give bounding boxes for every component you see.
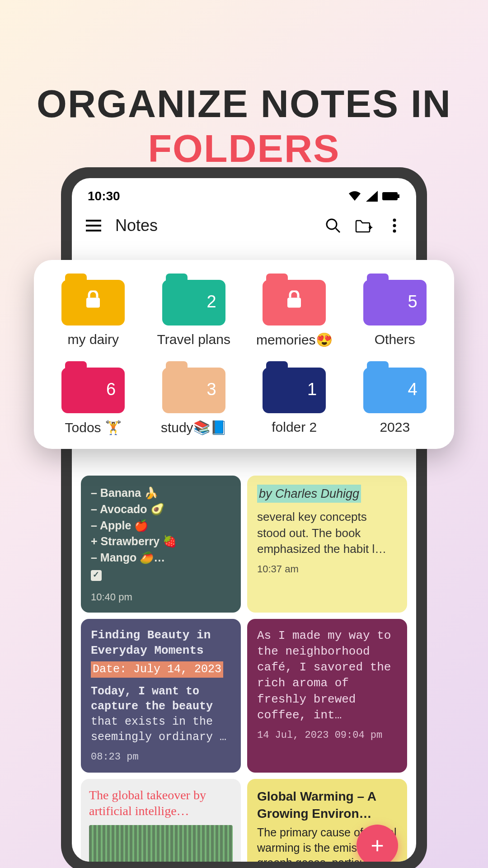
svg-point-11 bbox=[393, 230, 396, 233]
status-bar: 10:30 bbox=[72, 178, 416, 208]
note-title: Finding Beauty in Everyday Moments bbox=[91, 628, 231, 659]
note-line: – Apple 🍎 bbox=[91, 518, 231, 533]
folder-item[interactable]: 2Travel plans bbox=[146, 274, 242, 348]
svg-rect-4 bbox=[86, 230, 101, 231]
folder-icon: 1 bbox=[263, 361, 326, 413]
wifi-icon bbox=[348, 191, 361, 202]
note-date: Date: July 14, 2023 bbox=[91, 661, 223, 678]
note-time: 10:37 am bbox=[257, 562, 397, 576]
folder-count: 1 bbox=[307, 380, 317, 399]
lock-icon bbox=[85, 291, 101, 313]
note-card[interactable]: – Banana 🍌 – Avocado 🥑 – Apple 🍎 + Straw… bbox=[81, 476, 241, 613]
folder-count: 4 bbox=[408, 380, 418, 399]
folder-icon: 6 bbox=[61, 361, 125, 413]
page-title: Notes bbox=[115, 216, 311, 235]
note-title: Global Warming – A Growing Environ… bbox=[257, 788, 397, 822]
svg-rect-12 bbox=[86, 298, 100, 308]
svg-rect-0 bbox=[382, 192, 398, 200]
note-title: The global takeover by artificial intell… bbox=[89, 787, 233, 819]
note-line: – Banana 🍌 bbox=[91, 486, 231, 501]
folder-icon: 2 bbox=[162, 274, 225, 326]
note-line: + Strawberry 🍓 bbox=[91, 534, 231, 549]
note-body: As I made my way to the neighborhood caf… bbox=[257, 628, 397, 723]
folder-label: Others bbox=[375, 332, 415, 347]
svg-rect-1 bbox=[398, 194, 399, 198]
folder-count: 6 bbox=[106, 380, 116, 399]
folder-count: 3 bbox=[207, 380, 216, 399]
folder-icon: 3 bbox=[162, 361, 225, 413]
menu-icon[interactable] bbox=[84, 217, 103, 235]
folder-item[interactable]: memories😍 bbox=[246, 274, 343, 348]
svg-line-6 bbox=[336, 228, 340, 232]
note-line: – Avocado 🥑 bbox=[91, 502, 231, 517]
svg-rect-2 bbox=[86, 220, 101, 222]
note-card[interactable]: by Charles Duhigg several key concepts s… bbox=[247, 476, 407, 613]
note-body: Today, I want to capture the beauty that… bbox=[91, 684, 231, 745]
folder-item[interactable]: 42023 bbox=[347, 361, 443, 435]
folder-icon bbox=[61, 274, 125, 326]
note-card[interactable]: Finding Beauty in Everyday Moments Date:… bbox=[81, 619, 241, 773]
lock-icon bbox=[286, 291, 302, 313]
folder-icon: 5 bbox=[363, 274, 427, 326]
folder-label: Todos 🏋️ bbox=[65, 420, 122, 435]
folder-item[interactable]: 3study📚📘 bbox=[146, 361, 242, 435]
folder-label: folder 2 bbox=[272, 420, 317, 435]
search-icon[interactable] bbox=[324, 217, 342, 235]
folder-item[interactable]: my dairy bbox=[45, 274, 141, 348]
folder-item[interactable]: 1folder 2 bbox=[246, 361, 343, 435]
folder-label: memories😍 bbox=[256, 332, 333, 348]
svg-point-10 bbox=[393, 224, 396, 227]
headline-part2: FOLDERS bbox=[148, 127, 340, 170]
svg-rect-13 bbox=[287, 298, 301, 308]
app-header: Notes bbox=[72, 208, 416, 243]
new-folder-icon[interactable] bbox=[355, 217, 373, 235]
svg-point-5 bbox=[327, 219, 337, 229]
svg-rect-3 bbox=[86, 225, 101, 226]
headline-part1: ORGANIZE NOTES IN bbox=[37, 82, 451, 125]
note-author: by Charles Duhigg bbox=[257, 485, 361, 503]
folder-icon: 4 bbox=[363, 361, 427, 413]
note-body: several key concepts stood out. The book… bbox=[257, 509, 397, 557]
note-line: – Mango 🥭… bbox=[91, 550, 231, 566]
add-note-button[interactable]: + bbox=[357, 825, 398, 862]
note-card[interactable]: As I made my way to the neighborhood caf… bbox=[247, 619, 407, 773]
folder-label: Travel plans bbox=[157, 332, 230, 347]
plus-icon: + bbox=[371, 832, 384, 859]
folders-panel: my dairy2Travel plansmemories😍5Others6To… bbox=[34, 260, 454, 449]
note-time: 10:40 pm bbox=[91, 590, 231, 604]
folder-count: 2 bbox=[207, 292, 216, 311]
folder-label: my dairy bbox=[68, 332, 119, 347]
note-image bbox=[89, 825, 233, 862]
folder-item[interactable]: 6Todos 🏋️ bbox=[45, 361, 141, 435]
note-card[interactable]: The global takeover by artificial intell… bbox=[81, 779, 241, 862]
folder-label: study📚📘 bbox=[161, 420, 227, 435]
svg-point-9 bbox=[393, 219, 396, 222]
folder-count: 5 bbox=[408, 292, 418, 311]
promo-headline: ORGANIZE NOTES IN FOLDERS bbox=[0, 0, 488, 171]
note-time: 14 Jul, 2023 09:04 pm bbox=[257, 729, 397, 742]
battery-icon bbox=[382, 191, 400, 201]
status-time: 10:30 bbox=[88, 189, 120, 203]
note-time: 08:23 pm bbox=[91, 750, 231, 764]
folder-item[interactable]: 5Others bbox=[347, 274, 443, 348]
status-icons bbox=[348, 191, 400, 202]
folder-label: 2023 bbox=[380, 420, 410, 435]
checkbox-icon bbox=[91, 570, 102, 581]
signal-icon bbox=[366, 191, 378, 202]
folder-icon bbox=[263, 274, 326, 326]
more-icon[interactable] bbox=[385, 217, 404, 235]
